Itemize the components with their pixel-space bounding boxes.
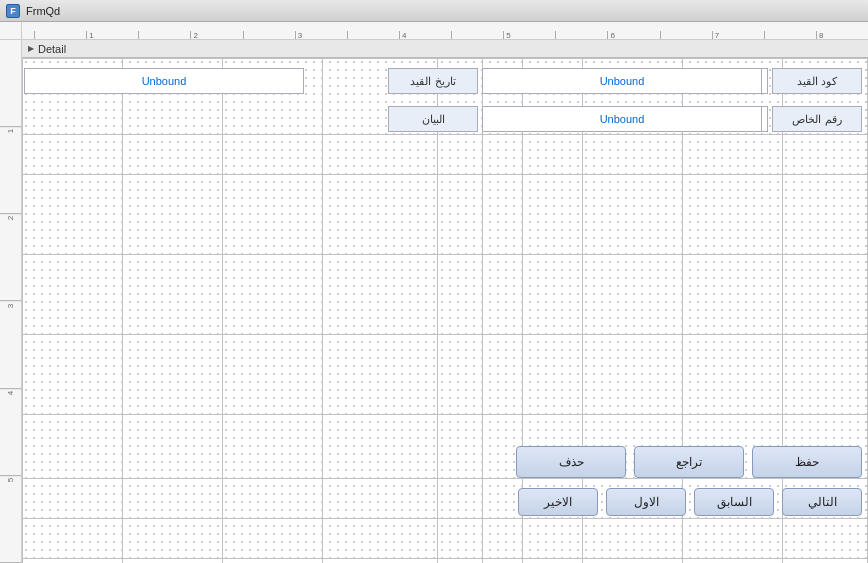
ruler-mark: 1 [86, 31, 138, 39]
vruler-mark [0, 40, 21, 127]
ruler: 1 2 3 4 5 6 7 8 [0, 22, 868, 40]
ruler-mark: 7 [712, 31, 764, 39]
unbound-field-top-left[interactable]: Unbound [24, 68, 304, 94]
vertical-ruler: 1 2 3 4 5 [0, 40, 22, 563]
prev-button[interactable]: السابق [694, 488, 774, 516]
ruler-mark: 5 [503, 31, 555, 39]
ruler-mark: 3 [295, 31, 347, 39]
unbound-field-4[interactable]: Unbound [482, 68, 762, 94]
section-label: Detail [38, 43, 66, 55]
ruler-mark [660, 31, 712, 39]
design-area: 1 2 3 4 5 ▶ Detail [0, 40, 868, 563]
section-arrow-icon: ▶ [28, 44, 34, 53]
vruler-mark: 3 [0, 302, 21, 389]
section-header: ▶ Detail [22, 40, 868, 58]
kod-alqayd-label: كود القيد [772, 68, 862, 94]
title-bar: F FrmQd [0, 0, 868, 22]
ruler-mark: 2 [190, 31, 242, 39]
ruler-mark [34, 31, 86, 39]
undo-button[interactable]: تراجع [634, 446, 744, 478]
ruler-mark [138, 31, 190, 39]
ruler-mark [347, 31, 399, 39]
ruler-mark: 4 [399, 31, 451, 39]
ruler-mark: 6 [607, 31, 659, 39]
ruler-mark [451, 31, 503, 39]
vruler-mark: 4 [0, 389, 21, 476]
last-button[interactable]: الاخير [518, 488, 598, 516]
first-button[interactable]: الاول [606, 488, 686, 516]
save-button[interactable]: حفظ [752, 446, 862, 478]
ruler-mark [555, 31, 607, 39]
unbound-field-3[interactable]: Unbound [482, 106, 762, 132]
form-content: ▶ Detail [22, 40, 868, 563]
title-bar-text: FrmQd [26, 5, 60, 17]
ruler-mark: 8 [816, 31, 868, 39]
raqm-alkhas-label: رقم الخاص [772, 106, 862, 132]
bayan-label: البيان [388, 106, 478, 132]
vruler-mark: 5 [0, 476, 21, 563]
ruler-mark [243, 31, 295, 39]
app-icon: F [6, 4, 20, 18]
vruler-mark: 2 [0, 214, 21, 301]
vruler-mark: 1 [0, 127, 21, 214]
next-button[interactable]: التالي [782, 488, 862, 516]
grid-area: كود القيد Unbound تاريخ القيد رقم الخاص … [22, 58, 868, 563]
ruler-mark [764, 31, 816, 39]
delete-button[interactable]: حذف [516, 446, 626, 478]
tarikh-label: تاريخ القيد [388, 68, 478, 94]
